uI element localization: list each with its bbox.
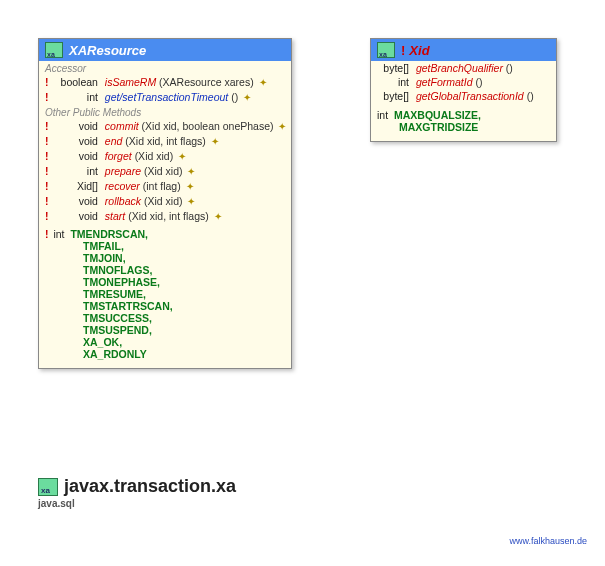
interface-icon — [45, 42, 63, 58]
package-label: javax.transaction.xa java.sql — [38, 476, 236, 509]
member-row: ! void forget (Xid xid) ✦ — [39, 149, 291, 164]
package-icon — [38, 478, 58, 496]
class-box-xid: ! Xid byte[] getBranchQualifier () int g… — [370, 38, 557, 142]
throws-icon: ✦ — [187, 196, 195, 207]
member-row: int getFormatId () — [371, 75, 556, 89]
member-row: ! Xid[] recover (int flag) ✦ — [39, 179, 291, 194]
package-name: javax.transaction.xa — [64, 476, 236, 497]
constants-block: ! int TMENDRSCAN, TMFAIL, TMJOIN, TMNOFL… — [39, 224, 291, 368]
class-header-xaresource: XAResource — [39, 39, 291, 61]
member-row: byte[] getGlobalTransactionId () — [371, 89, 556, 103]
interface-icon — [377, 42, 395, 58]
throws-icon: ✦ — [259, 77, 267, 88]
class-title: Xid — [409, 43, 429, 58]
throws-icon: ✦ — [178, 151, 186, 162]
section-accessor: Accessor — [39, 61, 291, 75]
class-header-xid: ! Xid — [371, 39, 556, 61]
member-row: byte[] getBranchQualifier () — [371, 61, 556, 75]
member-row: ! int prepare (Xid xid) ✦ — [39, 164, 291, 179]
constants-block: int MAXBQUALSIZE, MAXGTRIDSIZE — [371, 103, 556, 141]
throws-icon: ✦ — [211, 136, 219, 147]
throws-icon: ✦ — [187, 166, 195, 177]
throws-icon: ✦ — [186, 181, 194, 192]
member-row: ! void commit (Xid xid, boolean onePhase… — [39, 119, 291, 134]
package-sub: java.sql — [38, 498, 236, 509]
member-row: ! void rollback (Xid xid) ✦ — [39, 194, 291, 209]
member-row: ! void start (Xid xid, int flags) ✦ — [39, 209, 291, 224]
section-other: Other Public Methods — [39, 105, 291, 119]
footer-link[interactable]: www.falkhausen.de — [509, 536, 587, 546]
throws-icon: ✦ — [243, 92, 251, 103]
member-row: ! void end (Xid xid, int flags) ✦ — [39, 134, 291, 149]
throws-icon: ✦ — [278, 121, 286, 132]
class-box-xaresource: XAResource Accessor ! boolean isSameRM (… — [38, 38, 292, 369]
class-title: XAResource — [69, 43, 146, 58]
throws-icon: ✦ — [214, 211, 222, 222]
member-row: ! int get/setTransactionTimeout () ✦ — [39, 90, 291, 105]
member-row: ! boolean isSameRM (XAResource xares) ✦ — [39, 75, 291, 90]
